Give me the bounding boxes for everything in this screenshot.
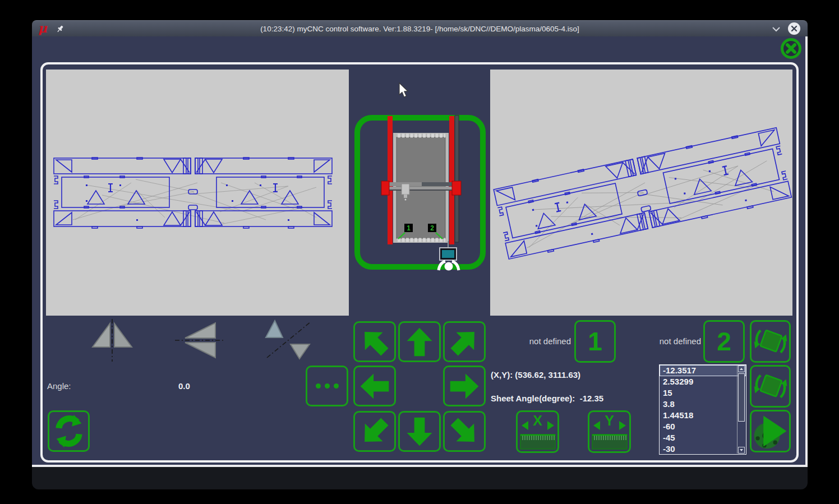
rail-right: [449, 116, 454, 244]
mirror-diagonal-axis-button[interactable]: [259, 318, 315, 363]
jog-left-button[interactable]: [353, 366, 396, 406]
set-point-1-button[interactable]: 1: [574, 320, 616, 363]
circular-arrows-icon: [52, 414, 86, 448]
scroll-up-button[interactable]: [738, 366, 745, 372]
arrow-down-icon: [403, 415, 436, 448]
set-point-2-button[interactable]: 2: [703, 320, 745, 363]
angle-list-item[interactable]: -12.3517: [660, 365, 746, 376]
angle-label: Angle:: [47, 381, 71, 391]
angle-list-item[interactable]: -60: [660, 421, 746, 432]
close-icon: [788, 22, 800, 35]
xy-coords-value: (536.62, 3111.63): [515, 370, 580, 380]
rotate-square-icon: [753, 323, 789, 360]
rail-guide: [455, 115, 459, 242]
scrollbar-thumb[interactable]: [738, 373, 745, 422]
rotate-cycle-button[interactable]: [48, 410, 90, 452]
triangle-down-icon: [740, 449, 743, 451]
rotate-sheet-button-1[interactable]: [750, 320, 791, 363]
measure-y-button[interactable]: Y: [588, 410, 631, 453]
rotate-square-icon: [753, 368, 789, 405]
align-point-1-marker: 1: [407, 224, 411, 232]
measure-x-button[interactable]: X: [516, 410, 559, 453]
axis-y-label: Y: [589, 413, 629, 429]
cad-preview-rotated: [490, 70, 792, 316]
window-close-button[interactable]: [788, 22, 800, 35]
jog-down-button[interactable]: [398, 411, 441, 452]
point1-digit: 1: [588, 329, 602, 354]
angle-list-item[interactable]: 3.8: [660, 399, 746, 410]
arrow-down-right-icon: [448, 415, 481, 448]
angle-list-item[interactable]: -30: [660, 443, 746, 455]
dialog-close-button[interactable]: [781, 38, 801, 59]
jog-down-right-button[interactable]: [443, 411, 486, 452]
point2-status-label: not defined: [645, 336, 701, 346]
align-point-2-marker: 2: [430, 224, 434, 232]
sheet-angle-value: -12.35: [580, 394, 604, 403]
more-options-button[interactable]: [306, 366, 348, 406]
scroll-down-button[interactable]: [738, 447, 745, 454]
cad-preview-original: [46, 70, 349, 316]
jog-right-button[interactable]: [443, 366, 486, 406]
play-flange-icon: [752, 412, 789, 450]
angle-list-item[interactable]: -45: [660, 432, 746, 443]
rotate-sheet-button-2[interactable]: [750, 365, 791, 408]
jog-up-button[interactable]: [398, 321, 441, 362]
angle-value: 0.0: [178, 381, 190, 391]
title-bar[interactable]: μ (10:23:42) myCNC control software. Ver…: [32, 20, 808, 37]
jog-up-right-button[interactable]: [443, 321, 486, 362]
sheet-angle-label: Sheet Angle(degree):: [491, 394, 575, 403]
window-title: (10:23:42) myCNC control software. Ver:1…: [32, 21, 808, 37]
ellipsis-icon: [316, 383, 339, 389]
angle-list[interactable]: -12.3517 2.53299 15 3.8 1.44518 -60 -45 …: [659, 364, 746, 455]
tool-head: [402, 184, 409, 195]
angle-list-item[interactable]: 2.53299: [660, 376, 746, 387]
rail-left: [388, 116, 393, 244]
arrow-up-icon: [403, 325, 436, 359]
pin-icon[interactable]: [56, 25, 64, 33]
angle-list-item[interactable]: 15: [660, 387, 746, 399]
arrow-up-right-icon: [448, 325, 481, 359]
arrow-up-left-icon: [358, 325, 391, 359]
app-logo-mu-icon: μ: [38, 21, 47, 35]
xy-coords-label: (X,Y):: [491, 370, 513, 380]
window-bottom-frame: [32, 467, 808, 489]
jog-up-left-button[interactable]: [353, 321, 396, 362]
operator-monitor-icon: [440, 248, 457, 260]
chevron-down-icon[interactable]: [772, 26, 781, 33]
axis-x-label: X: [518, 413, 557, 429]
machine-table-view: 1 2: [349, 70, 490, 316]
mirror-horizontal-axis-button[interactable]: [174, 320, 224, 362]
close-icon: [783, 41, 799, 56]
angle-list-item[interactable]: 1.44518: [660, 410, 746, 421]
arrow-right-icon: [448, 369, 481, 403]
apply-rotation-button[interactable]: [750, 410, 791, 452]
triangle-up-icon: [740, 368, 743, 370]
arrow-down-left-icon: [358, 415, 391, 448]
point2-digit: 2: [717, 329, 731, 354]
arrow-left-icon: [358, 369, 391, 403]
mouse-cursor-icon: [399, 82, 410, 98]
scrollbar[interactable]: [737, 366, 745, 454]
mirror-vertical-axis-button[interactable]: [87, 318, 137, 363]
point1-status-label: not defined: [515, 336, 571, 346]
jog-down-left-button[interactable]: [353, 411, 396, 452]
